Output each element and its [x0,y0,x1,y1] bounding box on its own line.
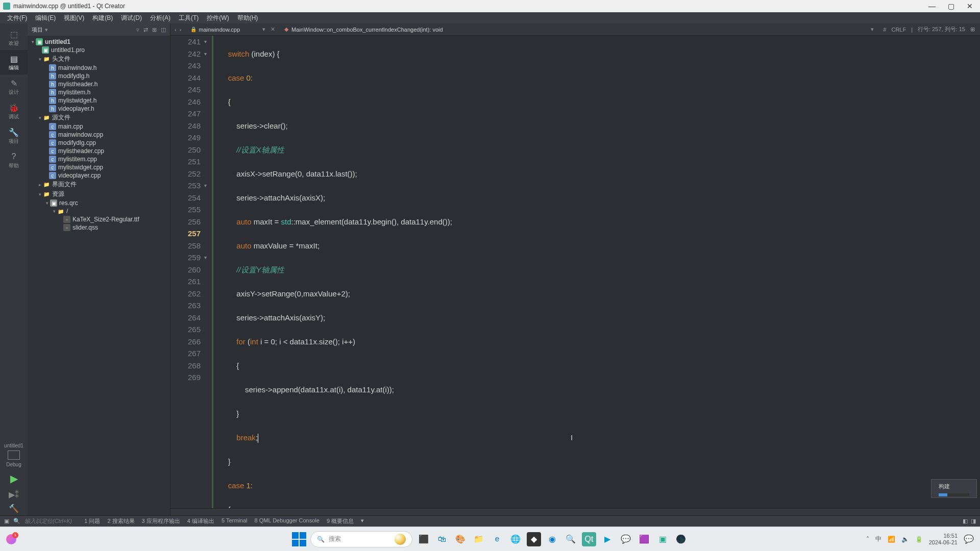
tree-file[interactable]: hmodifydlg.h [28,72,170,80]
pane-toggle-icon[interactable]: ▣ [4,518,9,524]
tree-file[interactable]: ▫slider.qss [28,223,170,232]
tree-file[interactable]: cvideoplayer.cpp [28,171,170,180]
pane-issues[interactable]: 1 问题 [84,517,100,525]
dropdown-icon[interactable]: ▾ [262,26,265,33]
edge-legacy-icon[interactable]: ｅ [490,532,504,546]
tree-forms-folder[interactable]: ▸📁界面文件 [28,180,170,189]
tray-chevron-icon[interactable]: ˄ [866,536,869,543]
sidebar-toggle-left-icon[interactable]: ◧ [963,518,968,524]
app-icon[interactable]: 💬 [619,532,633,546]
tree-file[interactable]: cmainwindow.cpp [28,131,170,139]
search-icon[interactable]: 🔍 [13,518,20,524]
tree-prefix[interactable]: ▾📁/ [28,207,170,215]
tree-pro-file[interactable]: ▣untitled1.pro [28,46,170,54]
tree-sources-folder[interactable]: ▾📁源文件 [28,113,170,122]
tree-file[interactable]: hmylistheader.h [28,80,170,88]
app-icon[interactable]: ▶ [600,532,615,546]
tree-headers-folder[interactable]: ▾📁头文件 [28,54,170,64]
mode-edit[interactable]: ▤ 编辑 [0,50,28,74]
close-button[interactable]: ✕ [967,2,973,10]
menu-view[interactable]: 视图(V) [60,13,88,23]
mode-design[interactable]: ✎ 设计 [0,74,28,99]
tree-file[interactable]: hmylistitem.h [28,88,170,96]
menu-help[interactable]: 帮助(H) [233,13,262,23]
project-tree[interactable]: ▾▣untitled1 ▣untitled1.pro ▾📁头文件 hmainwi… [28,36,170,515]
minimize-button[interactable]: — [928,2,936,10]
target-selector[interactable]: untitled1 Debug [0,441,28,469]
pane-general[interactable]: 9 概要信息 [327,517,354,525]
volume-icon[interactable]: 🔈 [901,536,909,543]
tree-file[interactable]: cmylistitem.cpp [28,155,170,163]
sidebar-toggle-right-icon[interactable]: ◨ [971,518,976,524]
encoding-indicator[interactable]: # [883,27,886,33]
add-icon[interactable]: ⊞ [152,27,157,33]
symbol-breadcrumb[interactable]: MainWindow::on_comboBox_currentIndexChan… [291,27,443,33]
menu-edit[interactable]: 编辑(E) [31,13,60,23]
mode-welcome[interactable]: ⬚ 欢迎 [0,26,28,50]
explorer-icon[interactable]: 📁 [472,532,486,546]
edge-icon[interactable]: ◉ [545,532,559,546]
app-icon[interactable]: 🌑 [674,532,688,546]
tree-file[interactable]: cmodifydlg.cpp [28,139,170,147]
menu-file[interactable]: 文件(F) [3,13,31,23]
app-icon[interactable]: 🎨 [453,532,468,546]
pane-more-icon[interactable]: ▾ [361,517,364,525]
tree-file[interactable]: cmylistheader.cpp [28,147,170,155]
cursor-position[interactable]: 行号: 257, 列号: 15 [918,26,965,33]
build-progress-indicator[interactable]: 构建 [931,479,977,498]
taskbar-search[interactable]: 🔍 搜索 [310,531,412,547]
pane-compile-output[interactable]: 4 编译输出 [187,517,214,525]
pane-app-output[interactable]: 3 应用程序输出 [142,517,180,525]
menu-analyze[interactable]: 分析(A) [146,13,175,23]
mode-help[interactable]: ? 帮助 [0,148,28,172]
split-icon[interactable]: ⊞ [970,26,975,33]
mode-projects[interactable]: 🔧 项目 [0,123,28,148]
code-editor[interactable]: 241▾ 242▾ 243 244 245 246 247 248 249 25… [170,36,980,508]
code-content[interactable]: switch (index) { case 0: { series->clear… [213,36,980,508]
app-icon[interactable]: ▣ [655,532,670,546]
menu-debug[interactable]: 调试(D) [117,13,146,23]
pane-search[interactable]: 2 搜索结果 [107,517,134,525]
line-ending-indicator[interactable]: CRLF [891,27,906,33]
maximize-button[interactable]: ▢ [948,2,954,10]
tree-root[interactable]: ▾▣untitled1 [28,38,170,46]
app-icon[interactable]: ◆ [527,532,541,546]
notification-icon[interactable]: 💬 [964,534,974,544]
tree-file[interactable]: hvideoplayer.h [28,105,170,113]
wifi-icon[interactable]: 📶 [888,536,895,543]
mode-debug[interactable]: 🐞 调试 [0,99,28,123]
ime-indicator[interactable]: 中 [875,535,881,543]
tree-file[interactable]: hmylistwidget.h [28,96,170,105]
tree-file[interactable]: cmain.cpp [28,122,170,131]
menu-widgets[interactable]: 控件(W) [203,13,233,23]
start-button[interactable] [292,532,306,546]
horizontal-scrollbar[interactable] [170,508,980,515]
chrome-icon[interactable]: 🌐 [508,532,523,546]
open-file-tab[interactable]: 🔒 mainwindow.cpp ▾ ✕ [185,26,280,33]
clock[interactable]: 16:51 2024-06-21 [929,533,958,546]
qtcreator-icon[interactable]: Qt [582,532,596,546]
nav-fwd-icon[interactable]: › [180,27,182,33]
pane-terminal[interactable]: 5 Terminal [222,517,248,525]
tree-file[interactable]: ▫KaTeX_Size2-Regular.ttf [28,215,170,223]
filter-icon[interactable]: ▿ [136,27,139,33]
close-tab-icon[interactable]: ✕ [271,26,275,33]
everything-icon[interactable]: 🔍 [564,532,578,546]
run-button[interactable]: ▶ [10,469,18,488]
tree-file[interactable]: cmylistwidget.cpp [28,163,170,171]
tree-resources-folder[interactable]: ▾📁资源 [28,189,170,199]
nav-back-icon[interactable]: ‹ [175,27,177,33]
dropdown-icon[interactable]: ▾ [871,26,874,33]
dropdown-icon[interactable]: ▾ [45,27,48,33]
task-view-icon[interactable]: ⬛ [416,532,431,546]
link-icon[interactable]: ⇄ [143,27,148,33]
menu-tools[interactable]: 工具(T) [175,13,203,23]
battery-icon[interactable]: 🔋 [915,536,923,543]
tree-qrc[interactable]: ▾▣res.qrc [28,199,170,207]
split-icon[interactable]: ◫ [161,27,166,33]
pane-qml-debugger[interactable]: 8 QML Debugger Console [255,517,320,525]
tree-file[interactable]: hmainwindow.h [28,64,170,72]
debug-run-button[interactable]: ▶⁑ [9,488,19,502]
app-icon[interactable]: 🟪 [637,532,651,546]
menu-build[interactable]: 构建(B) [88,13,117,23]
